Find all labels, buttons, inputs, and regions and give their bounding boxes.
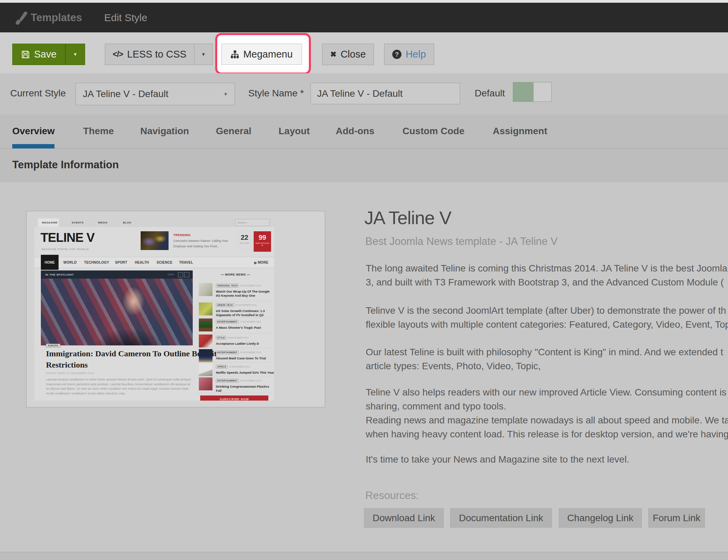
prev-icon: ‹: [178, 272, 183, 277]
description-line: flexible layouts with multiple content c…: [366, 319, 728, 330]
save-button[interactable]: Save: [12, 44, 65, 65]
tab-layout[interactable]: Layout: [279, 126, 310, 137]
news-item: ENTERTAINMENT10 NOVEMBER 2014 Drinking C…: [216, 377, 274, 393]
template-preview-panel: MAGAZINE EVENTS MEDIA BLOG Search... TEL…: [26, 211, 325, 407]
news-thumbnail: [199, 318, 212, 331]
site-tagline: MAGAZINE PORTAL FOR JOOMLA!: [42, 248, 89, 251]
select-caret-icon: ▼: [223, 92, 228, 96]
news-thumbnail: [199, 283, 212, 296]
forum-link-button[interactable]: Forum Link: [648, 508, 705, 528]
tab-overview[interactable]: Overview: [12, 126, 55, 137]
window-top-strip: [0, 0, 728, 3]
chevron-down-icon: ▼: [73, 52, 78, 57]
style-name-label: Style Name *: [248, 88, 304, 99]
site-nav-travel: TRAVEL: [179, 261, 193, 264]
description-line: Reading news and magazine template nowad…: [366, 415, 728, 426]
save-icon: [21, 50, 30, 59]
changelog-link-button[interactable]: Changelog Link: [559, 508, 642, 528]
trending-thumbnail: [141, 231, 169, 250]
sitemap-icon: [231, 50, 239, 59]
style-name-value: JA Teline V - Default: [317, 88, 403, 99]
download-link-button[interactable]: Download Link: [364, 508, 444, 528]
description-line: It's time to take your News and Magazine…: [366, 454, 629, 465]
default-label: Default: [475, 88, 505, 99]
news-thumbnail: [199, 349, 212, 362]
tab-add-ons[interactable]: Add-ons: [336, 126, 375, 137]
new-articles-count: 99: [254, 234, 271, 242]
toggle-knob: [533, 82, 551, 102]
site-logo: TELINE V: [41, 231, 95, 245]
news-thumbnail: [199, 363, 212, 376]
site-nav-health: HEALTH: [135, 261, 149, 264]
description-line: 3, and built with T3 Framework with Boot…: [366, 277, 724, 288]
style-name-input[interactable]: JA Teline V - Default: [311, 83, 460, 104]
trending-label: TRENDING: [173, 233, 191, 237]
admin-header: Templates Edit Style: [0, 3, 728, 32]
section-title: Template Information: [12, 159, 119, 171]
news-item: GREEN TECH26 NOVEMBER 2014 US Solar Grow…: [216, 302, 274, 317]
save-label: Save: [34, 49, 57, 60]
tab-navigation[interactable]: Navigation: [140, 126, 189, 137]
help-button[interactable]: ? Help: [384, 44, 434, 65]
default-toggle[interactable]: [513, 82, 552, 102]
less-to-css-dropdown-toggle[interactable]: ▼: [194, 44, 213, 65]
trending-headline-line2: Employer and Getting You Fired...: [173, 245, 219, 248]
article-byline: SUPER USER 12 DECEMBER 2014: [46, 372, 94, 375]
current-style-value: JA Teline V - Default: [83, 89, 169, 99]
current-style-select[interactable]: JA Teline V - Default ▼: [76, 83, 235, 105]
page-title: Edit Style: [104, 12, 147, 24]
spotlight-photo: [41, 279, 193, 345]
site-nav-technology: TECHNOLOGY: [84, 261, 109, 264]
new-articles-widget: 99 NEW ARTICLES ▼: [254, 231, 271, 252]
megamenu-label: Megamenu: [243, 49, 292, 60]
tab-theme[interactable]: Theme: [83, 126, 114, 137]
more-news-header: — MORE NEWS —: [197, 273, 274, 276]
site-nav-events: EVENTS: [72, 221, 83, 224]
active-tab-indicator: [12, 144, 54, 149]
brush-icon: [13, 10, 28, 27]
news-item: STYLE10 NOVEMBER 2014 Acceptance Ladder …: [216, 335, 274, 346]
less-to-css-button[interactable]: </> LESS to CSS: [105, 44, 194, 65]
spotlight-pagination: 1 of 4: [168, 273, 174, 276]
news-item: PERSONAL TECH04 DECEMBER 2014 Watch Our …: [216, 282, 274, 298]
tab-assignment[interactable]: Assignment: [493, 126, 547, 137]
code-icon: </>: [113, 50, 123, 59]
article-body: Laoreet tempus vestibulum in tortor tort…: [46, 377, 192, 395]
megamenu-button[interactable]: Megamenu: [221, 44, 302, 65]
tab-general[interactable]: General: [216, 126, 251, 137]
preview-site: MAGAZINE EVENTS MEDIA BLOG Search... TEL…: [34, 218, 274, 401]
news-thumbnail: [199, 377, 212, 390]
app-title: Templates: [31, 12, 82, 24]
help-label: Help: [406, 49, 426, 60]
date-widget-label: NOV, DEC: [235, 242, 254, 244]
close-icon: ✖: [330, 50, 336, 59]
date-widget-day: 22: [235, 234, 254, 242]
article-title-line1: Immigration: David Cameron To Outline Be…: [46, 349, 217, 358]
close-button[interactable]: ✖ Close: [322, 44, 374, 65]
news-item: ENTERTAINMENT19 NOVEMBER 2014 Abused Mai…: [216, 349, 274, 360]
grid-menu-icon: ▤: [254, 261, 257, 264]
new-articles-label: NEW ARTICLES: [254, 242, 271, 244]
subscribe-button: SUBSCRIBE NOW: [200, 395, 268, 401]
site-nav-more: ▤ MORE: [254, 261, 268, 264]
site-nav-science: SCIENCE: [157, 261, 173, 264]
description-line: Teline V also helps readers with our new…: [366, 387, 726, 398]
site-nav-media: MEDIA: [98, 221, 108, 224]
description-line: sharing, comment and typo tools.: [366, 401, 506, 412]
documentation-link-button[interactable]: Documentation Link: [450, 508, 552, 528]
save-dropdown-toggle[interactable]: ▼: [65, 44, 85, 65]
site-nav-sport: SPORT: [115, 261, 127, 264]
close-label: Close: [341, 49, 366, 60]
chevron-down-icon: ▼: [201, 52, 206, 57]
description-line: Telinve V is the second JoomlArt templat…: [366, 305, 726, 316]
template-subtitle: Best Joomla News template - JA Teline V: [365, 235, 558, 248]
description-line: The long awaited Teline is coming this C…: [366, 263, 727, 274]
article-tag: EUROPE: [46, 344, 60, 347]
news-item: ENTERTAINMENT17 NOVEMBER 2014 A Mass Sho…: [216, 318, 274, 330]
tab-custom-code[interactable]: Custom Code: [402, 126, 464, 137]
help-icon: ?: [392, 50, 401, 59]
description-line: when having heavy content load. This rel…: [366, 429, 728, 440]
site-nav-magazine: MAGAZINE: [42, 221, 58, 224]
site-nav-world: WORLD: [63, 261, 77, 264]
site-search-input: Search...: [235, 219, 270, 226]
